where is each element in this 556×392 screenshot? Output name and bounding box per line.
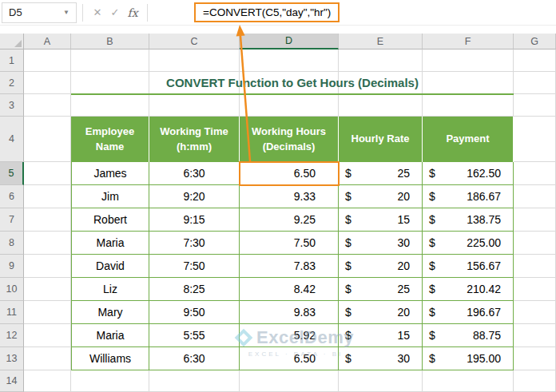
grid-cell[interactable] xyxy=(514,370,556,392)
working-time-cell[interactable]: 8:25 xyxy=(149,278,240,301)
hourly-rate-cell[interactable]: $30 xyxy=(339,232,423,255)
grid-cell[interactable] xyxy=(423,49,514,72)
name-box-dropdown-icon[interactable]: ▼ xyxy=(63,9,70,16)
working-time-cell[interactable]: 9:15 xyxy=(149,208,240,232)
select-all-corner[interactable] xyxy=(0,34,24,49)
grid-cell[interactable] xyxy=(24,49,71,72)
employee-name-cell[interactable]: Maria xyxy=(71,324,149,347)
table-header-cell[interactable]: Working Hours (Decimals) xyxy=(240,117,339,162)
insert-function-icon[interactable]: fx xyxy=(124,6,141,19)
working-hours-cell[interactable]: 7.50 xyxy=(240,232,339,255)
grid-cell[interactable] xyxy=(24,347,71,370)
working-time-cell[interactable]: 6:30 xyxy=(149,347,240,370)
employee-name-cell[interactable]: Mary xyxy=(71,301,149,324)
grid-cell[interactable] xyxy=(339,370,423,392)
column-header-f[interactable]: F xyxy=(423,34,514,49)
grid-cell[interactable] xyxy=(514,301,556,324)
hourly-rate-cell[interactable]: $20 xyxy=(339,185,423,208)
grid-cell[interactable] xyxy=(24,232,71,255)
working-hours-cell[interactable]: 5.92 xyxy=(240,324,339,347)
grid-cell[interactable] xyxy=(24,117,71,162)
payment-cell[interactable]: $138.75 xyxy=(423,208,514,232)
grid-cell[interactable] xyxy=(71,94,149,117)
grid-cell[interactable] xyxy=(514,72,556,94)
row-header-1[interactable]: 1 xyxy=(0,49,24,72)
grid-cell[interactable] xyxy=(514,162,556,185)
payment-cell[interactable]: $162.50 xyxy=(423,162,514,185)
working-time-cell[interactable]: 7:50 xyxy=(149,255,240,278)
payment-cell[interactable]: $196.67 xyxy=(423,301,514,324)
grid-cell[interactable] xyxy=(149,49,240,72)
grid-cell[interactable] xyxy=(24,255,71,278)
grid-cell[interactable] xyxy=(514,278,556,301)
grid-cell[interactable] xyxy=(514,117,556,162)
payment-cell[interactable]: $88.75 xyxy=(423,324,514,347)
grid-cell[interactable] xyxy=(514,255,556,278)
hourly-rate-cell[interactable]: $20 xyxy=(339,255,423,278)
grid-cell[interactable] xyxy=(24,278,71,301)
grid-cell[interactable] xyxy=(514,232,556,255)
grid-cell[interactable] xyxy=(149,370,240,392)
working-time-cell[interactable]: 5:55 xyxy=(149,324,240,347)
hourly-rate-cell[interactable]: $25 xyxy=(339,278,423,301)
grid-cell[interactable] xyxy=(514,324,556,347)
working-time-cell[interactable]: 9:20 xyxy=(149,185,240,208)
hourly-rate-cell[interactable]: $15 xyxy=(339,208,423,232)
grid-cell[interactable] xyxy=(339,49,423,72)
row-header-6[interactable]: 6 xyxy=(0,185,24,208)
employee-name-cell[interactable]: Liz xyxy=(71,278,149,301)
working-hours-cell[interactable]: 8.42 xyxy=(240,278,339,301)
table-header-cell[interactable]: Employee Name xyxy=(71,117,149,162)
name-box[interactable]: D5 ▼ xyxy=(2,2,77,23)
grid-cell[interactable] xyxy=(24,72,71,94)
grid-cell[interactable] xyxy=(339,94,423,117)
grid-cell[interactable] xyxy=(24,370,71,392)
grid-cell[interactable] xyxy=(514,347,556,370)
working-hours-cell[interactable]: 7.83 xyxy=(240,255,339,278)
row-header-10[interactable]: 10 xyxy=(0,278,24,301)
employee-name-cell[interactable]: James xyxy=(71,162,149,185)
grid-cell[interactable] xyxy=(240,49,339,72)
cancel-icon[interactable]: ✕ xyxy=(89,6,106,18)
grid-cell[interactable] xyxy=(24,324,71,347)
working-time-cell[interactable]: 9:50 xyxy=(149,301,240,324)
table-header-cell[interactable]: Payment xyxy=(423,117,514,162)
row-header-2[interactable]: 2 xyxy=(0,72,24,94)
working-hours-cell[interactable]: 9.33 xyxy=(240,185,339,208)
employee-name-cell[interactable]: Williams xyxy=(71,347,149,370)
row-header-11[interactable]: 11 xyxy=(0,301,24,324)
row-header-3[interactable]: 3 xyxy=(0,94,24,117)
column-header-c[interactable]: C xyxy=(149,34,240,49)
grid-cell[interactable] xyxy=(514,94,556,117)
column-header-a[interactable]: A xyxy=(24,34,71,49)
grid-cell[interactable] xyxy=(514,208,556,232)
row-header-13[interactable]: 13 xyxy=(0,347,24,370)
grid-cell[interactable] xyxy=(514,185,556,208)
grid-cell[interactable] xyxy=(514,49,556,72)
row-header-12[interactable]: 12 xyxy=(0,324,24,347)
grid-cell[interactable] xyxy=(240,94,339,117)
row-header-8[interactable]: 8 xyxy=(0,232,24,255)
payment-cell[interactable]: $156.67 xyxy=(423,255,514,278)
payment-cell[interactable]: $210.42 xyxy=(423,278,514,301)
grid-cell[interactable] xyxy=(71,370,149,392)
grid-cell[interactable] xyxy=(423,370,514,392)
employee-name-cell[interactable]: Jim xyxy=(71,185,149,208)
column-header-g[interactable]: G xyxy=(514,34,556,49)
column-header-e[interactable]: E xyxy=(339,34,423,49)
grid-cell[interactable] xyxy=(240,370,339,392)
working-hours-cell[interactable]: 9.25 xyxy=(240,208,339,232)
table-header-cell[interactable]: Hourly Rate xyxy=(339,117,423,162)
row-header-4[interactable]: 4 xyxy=(0,117,24,162)
grid-cell[interactable] xyxy=(423,94,514,117)
hourly-rate-cell[interactable]: $15 xyxy=(339,324,423,347)
grid-cell[interactable] xyxy=(24,301,71,324)
column-header-b[interactable]: B xyxy=(71,34,149,49)
working-hours-cell[interactable]: 6.50 xyxy=(240,162,339,185)
grid-cell[interactable] xyxy=(24,94,71,117)
row-header-7[interactable]: 7 xyxy=(0,208,24,232)
payment-cell[interactable]: $195.00 xyxy=(423,347,514,370)
employee-name-cell[interactable]: Robert xyxy=(71,208,149,232)
payment-cell[interactable]: $225.00 xyxy=(423,232,514,255)
employee-name-cell[interactable]: David xyxy=(71,255,149,278)
